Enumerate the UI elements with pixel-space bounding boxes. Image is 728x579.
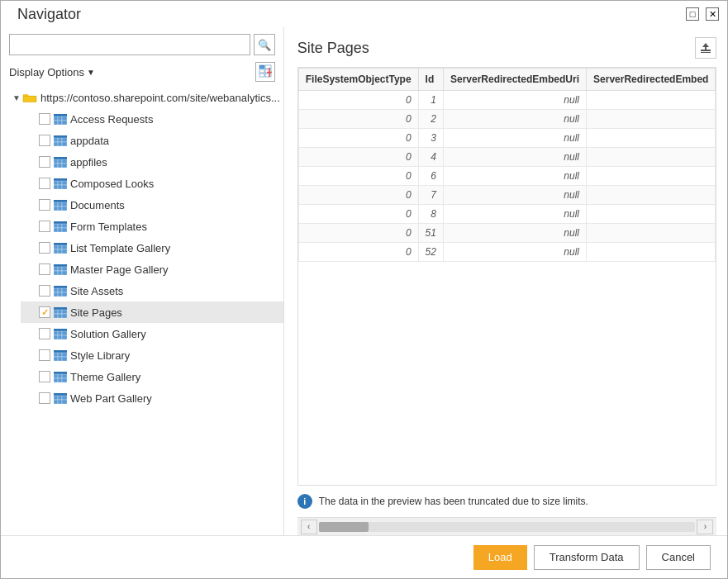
- horizontal-scrollbar[interactable]: ‹ ›: [297, 517, 717, 535]
- checkbox-appfiles[interactable]: [39, 156, 50, 168]
- export-button[interactable]: [695, 37, 716, 59]
- table-row: 0 1 null: [298, 91, 716, 110]
- checkbox-access-requests[interactable]: [39, 113, 50, 125]
- svg-rect-20: [54, 142, 58, 146]
- cell-id: 3: [418, 129, 443, 148]
- checkbox-theme-gallery[interactable]: [39, 371, 50, 382]
- cell-filesystem: 0: [298, 148, 418, 167]
- tree-item-access-requests[interactable]: Access Requests: [21, 108, 283, 130]
- cell-embed: [587, 186, 716, 205]
- scroll-track[interactable]: [319, 522, 696, 532]
- checkbox-documents[interactable]: [39, 199, 50, 211]
- svg-rect-29: [62, 164, 67, 168]
- cell-id: 51: [418, 224, 443, 243]
- tree-item-master-page-gallery[interactable]: Master Page Gallery: [21, 259, 283, 280]
- checkbox-master-page-gallery[interactable]: [39, 263, 50, 275]
- table-icon-master-page-gallery: [54, 263, 67, 275]
- checkbox-site-pages[interactable]: [39, 306, 50, 318]
- svg-rect-65: [54, 286, 67, 288]
- svg-rect-0: [259, 65, 264, 69]
- svg-rect-97: [54, 378, 58, 382]
- svg-rect-57: [62, 249, 67, 254]
- left-panel: 🔍 Display Options ▼: [1, 27, 284, 535]
- tree-item-web-part-gallery[interactable]: Web Part Gallery: [21, 387, 283, 409]
- cell-embed: [587, 205, 716, 224]
- tree-item-theme-gallery[interactable]: Theme Gallery: [21, 366, 283, 387]
- checkbox-style-library[interactable]: [39, 349, 50, 361]
- svg-rect-93: [54, 372, 67, 374]
- display-options-button[interactable]: Display Options ▼: [9, 66, 95, 78]
- checkbox-solution-gallery[interactable]: [39, 328, 50, 339]
- checkbox-form-templates[interactable]: [39, 221, 50, 232]
- tree-label-appdata: appdata: [70, 135, 280, 147]
- svg-rect-36: [62, 185, 67, 189]
- checkbox-site-assets[interactable]: [39, 285, 50, 297]
- checkbox-composed-looks[interactable]: [39, 178, 50, 189]
- tree-item-form-templates[interactable]: Form Templates: [21, 216, 283, 237]
- search-input[interactable]: [9, 34, 250, 55]
- title-bar: Navigator □ ✕: [1, 1, 727, 27]
- tree-item-site-pages[interactable]: Site Pages: [21, 301, 283, 323]
- svg-rect-21: [58, 142, 62, 146]
- svg-rect-26: [62, 159, 67, 164]
- table-icon-style-library: [54, 349, 67, 361]
- close-button[interactable]: ✕: [706, 7, 719, 21]
- scroll-left-button[interactable]: ‹: [301, 520, 317, 534]
- table-icon-site-pages: [54, 306, 67, 318]
- svg-rect-63: [58, 271, 62, 275]
- svg-rect-38: [54, 202, 58, 206]
- add-table-button[interactable]: [255, 62, 275, 82]
- truncated-notice: i The data in the preview has been trunc…: [297, 486, 717, 517]
- svg-rect-81: [58, 331, 62, 335]
- data-table: FileSystemObjectType Id ServerRedirected…: [298, 68, 716, 262]
- expand-icon: [24, 113, 36, 125]
- col-header-id: Id: [418, 69, 443, 91]
- tree-children: Access Requests: [7, 108, 283, 409]
- tree-label-master-page-gallery: Master Page Gallery: [70, 263, 280, 276]
- load-button[interactable]: Load: [473, 545, 527, 570]
- cancel-button[interactable]: Cancel: [646, 545, 711, 570]
- panel-title: Site Pages: [297, 40, 369, 57]
- scroll-thumb[interactable]: [319, 522, 369, 532]
- svg-rect-5: [265, 74, 271, 77]
- col-header-filesystem: FileSystemObjectType: [298, 69, 418, 91]
- tree-root-node[interactable]: ▼ https://contoso.sharepoint.com/site/we…: [7, 87, 283, 108]
- svg-rect-18: [58, 138, 62, 142]
- tree-item-documents[interactable]: Documents: [21, 194, 283, 216]
- svg-rect-85: [62, 335, 67, 339]
- tree-item-style-library[interactable]: Style Library: [21, 344, 283, 366]
- data-table-wrapper[interactable]: FileSystemObjectType Id ServerRedirected…: [297, 67, 717, 486]
- svg-rect-9: [54, 114, 67, 116]
- search-button[interactable]: 🔍: [254, 34, 275, 55]
- scroll-right-button[interactable]: ›: [697, 520, 713, 534]
- cell-id: 1: [418, 91, 443, 110]
- table-row: 0 8 null: [298, 205, 716, 224]
- checkbox-list-template-gallery[interactable]: [39, 242, 50, 254]
- tree-item-list-template-gallery[interactable]: List Template Gallery: [21, 237, 283, 259]
- table-icon-documents: [54, 199, 67, 211]
- checkbox-web-part-gallery[interactable]: [39, 392, 50, 404]
- checkbox-appdata[interactable]: [39, 135, 50, 146]
- tree-item-site-assets[interactable]: Site Assets: [21, 280, 283, 301]
- transform-data-button[interactable]: Transform Data: [534, 545, 640, 570]
- svg-rect-28: [58, 164, 62, 168]
- svg-rect-108: [701, 52, 711, 53]
- svg-rect-60: [58, 267, 62, 271]
- svg-rect-74: [58, 310, 62, 314]
- tree-label-access-requests: Access Requests: [70, 113, 280, 126]
- table-icon-access-requests: [54, 113, 67, 125]
- table-icon-appfiles: [54, 156, 67, 168]
- tree-item-appdata[interactable]: appdata: [21, 130, 283, 151]
- svg-rect-41: [54, 206, 58, 211]
- restore-button[interactable]: □: [686, 7, 699, 21]
- tree-item-solution-gallery[interactable]: Solution Gallery: [21, 323, 283, 344]
- tree-item-composed-looks[interactable]: Composed Looks: [21, 173, 283, 194]
- cell-uri: null: [443, 243, 586, 262]
- table-row: 0 51 null: [298, 224, 716, 243]
- expand-icon: [24, 328, 36, 339]
- navigator-window: Navigator □ ✕ 🔍 Display Options ▼: [0, 0, 728, 579]
- tree-item-appfiles[interactable]: appfiles: [21, 151, 283, 173]
- svg-rect-78: [62, 314, 67, 318]
- svg-rect-50: [62, 228, 67, 232]
- table-icon-composed-looks: [54, 178, 67, 189]
